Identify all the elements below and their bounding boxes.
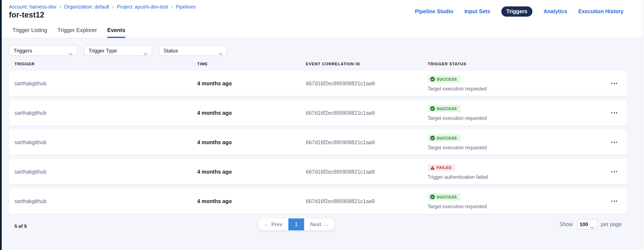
trigger-status-cell: SUCCESSTarget execution requested	[428, 130, 602, 150]
table-row[interactable]: sarthakgithub4 months ago667d16f2ec89590…	[9, 130, 627, 155]
pipeline-top-nav: Pipeline StudioInput SetsTriggersAnalyti…	[415, 7, 624, 17]
breadcrumb-link[interactable]: Account: harness-dev	[9, 4, 56, 9]
three-dots-menu-icon	[611, 83, 617, 84]
event-correlation-id: 667d16f2ec895908821c1aa9	[306, 110, 428, 116]
trigger-status-cell: SUCCESSTarget execution requested	[428, 100, 602, 121]
status-badge: SUCCESS	[428, 105, 460, 112]
chevron-right-icon: ›	[112, 4, 114, 10]
page-number-1[interactable]: 1	[288, 218, 304, 230]
row-menu-button[interactable]	[602, 200, 627, 202]
trigger-name: sarthakgithub	[14, 198, 197, 204]
table-footer: 5 of 5 ← Prev 1 Next → Show 100	[0, 218, 644, 239]
table-header-row: TRIGGERTIMEEVENT CORRELATION IDTRIGGER S…	[9, 61, 627, 66]
row-menu-button[interactable]	[602, 112, 627, 113]
trigger-name: sarthakgithub	[14, 110, 197, 116]
event-time: 4 months ago	[197, 169, 306, 175]
prev-page-button[interactable]: ← Prev	[258, 218, 288, 230]
three-dots-menu-icon	[611, 200, 617, 202]
breadcrumb-link[interactable]: Pipelines	[176, 4, 196, 9]
page-number-group: 1	[288, 218, 304, 230]
event-time: 4 months ago	[197, 198, 306, 204]
chevron-down-icon	[68, 49, 72, 52]
check-circle-icon	[430, 195, 435, 199]
status-badge: SUCCESS	[428, 193, 460, 200]
check-circle-icon	[430, 136, 435, 140]
row-menu-button[interactable]	[602, 83, 627, 84]
event-correlation-id: 667d16f2ec895908821c1aa9	[306, 80, 428, 86]
check-circle-icon	[430, 77, 435, 81]
event-time: 4 months ago	[197, 110, 306, 116]
column-header: TIME	[197, 61, 306, 66]
top-nav-execution-history[interactable]: Execution History	[578, 9, 624, 15]
next-page-button[interactable]: Next →	[304, 218, 335, 230]
trigger-name: sarthakgithub	[14, 169, 197, 175]
top-nav-triggers[interactable]: Triggers	[501, 7, 532, 17]
warning-triangle-icon	[430, 166, 435, 170]
column-header: TRIGGER STATUS	[428, 61, 602, 66]
show-label: Show	[560, 221, 573, 227]
top-nav-analytics[interactable]: Analytics	[544, 9, 567, 15]
status-detail: Target execution requested	[428, 145, 602, 150]
trigger-name: sarthakgithub	[14, 139, 197, 145]
page-size-value: 100	[580, 221, 588, 227]
three-dots-menu-icon	[611, 142, 617, 143]
events-table: sarthakgithub4 months ago667d16f2ec89590…	[9, 71, 627, 214]
events-content: TriggersTrigger TypeStatus TRIGGERTIMEEV…	[0, 38, 644, 250]
page-header: Account: harness-dev›Organization: defau…	[0, 0, 644, 38]
check-circle-icon	[430, 106, 435, 111]
table-row[interactable]: sarthakgithub4 months ago667d16f2ec89590…	[9, 100, 627, 126]
trigger-status-cell: FAILEDTrigger authentication failed	[428, 159, 602, 180]
chevron-down-icon	[590, 223, 594, 226]
pagination: ← Prev 1 Next →	[258, 218, 335, 230]
table-row[interactable]: sarthakgithub4 months ago667d16f2ec89590…	[9, 71, 627, 96]
table-row[interactable]: sarthakgithub4 months ago667d16f2ec89590…	[9, 159, 627, 184]
trigger-status-cell: SUCCESSTarget execution requested	[428, 189, 602, 209]
row-count-summary: 5 of 5	[14, 223, 26, 229]
filter-status[interactable]: Status	[159, 45, 227, 56]
column-header: EVENT CORRELATION ID	[306, 61, 428, 66]
chevron-down-icon	[218, 49, 222, 52]
page-title: for-test12	[9, 11, 44, 20]
three-dots-menu-icon	[611, 171, 617, 172]
prev-label: Prev	[271, 221, 282, 227]
breadcrumb: Account: harness-dev›Organization: defau…	[9, 4, 196, 10]
filter-row: TriggersTrigger TypeStatus	[0, 38, 644, 56]
table-row[interactable]: sarthakgithub4 months ago667d16f2ec89590…	[9, 189, 627, 214]
tab-trigger-listing[interactable]: Trigger Listing	[12, 27, 47, 38]
breadcrumb-link[interactable]: Organization: default	[64, 4, 109, 9]
filter-triggers[interactable]: Triggers	[9, 45, 77, 56]
event-time: 4 months ago	[197, 80, 306, 86]
collapsed-sidebar-rail[interactable]	[0, 0, 2, 250]
status-detail: Target execution requested	[428, 116, 602, 121]
status-badge: SUCCESS	[428, 134, 460, 142]
top-nav-pipeline-studio[interactable]: Pipeline Studio	[415, 9, 454, 15]
top-nav-input-sets[interactable]: Input Sets	[464, 9, 490, 15]
event-correlation-id: 667d16f2ec895908821c1aa9	[306, 198, 428, 204]
status-badge: FAILED	[428, 164, 455, 171]
breadcrumb-link[interactable]: Project: ayushi-dev-test	[117, 4, 168, 9]
page-size-control: Show 100 per page	[560, 219, 622, 229]
status-detail: Target execution requested	[428, 204, 602, 209]
next-label: Next	[310, 221, 321, 227]
event-correlation-id: 667d16f2ec895908821c1aa9	[306, 139, 428, 145]
per-page-label: per page	[601, 221, 622, 227]
row-menu-button[interactable]	[602, 142, 627, 143]
filter-trigger-type[interactable]: Trigger Type	[84, 45, 152, 56]
status-badge: SUCCESS	[428, 75, 460, 83]
scrollbar-track[interactable]	[643, 0, 644, 250]
trigger-status-cell: SUCCESSTarget execution requested	[428, 71, 602, 91]
triggers-events-page: Account: harness-dev›Organization: defau…	[0, 0, 644, 250]
event-correlation-id: 667d16f2ec895908821c1aa9	[306, 169, 428, 175]
tab-trigger-explorer[interactable]: Trigger Explorer	[58, 27, 97, 38]
column-header: TRIGGER	[14, 61, 197, 66]
trigger-name: sarthakgithub	[14, 80, 197, 86]
chevron-right-icon: ›	[59, 4, 61, 10]
row-menu-button[interactable]	[602, 171, 627, 172]
arrow-left-icon: ←	[264, 221, 269, 227]
chevron-down-icon	[144, 49, 147, 52]
page-size-select[interactable]: 100	[576, 219, 597, 229]
tab-events[interactable]: Events	[107, 27, 125, 38]
status-detail: Trigger authentication failed	[428, 175, 602, 180]
arrow-right-icon: →	[324, 221, 329, 227]
status-detail: Target execution requested	[428, 86, 602, 91]
